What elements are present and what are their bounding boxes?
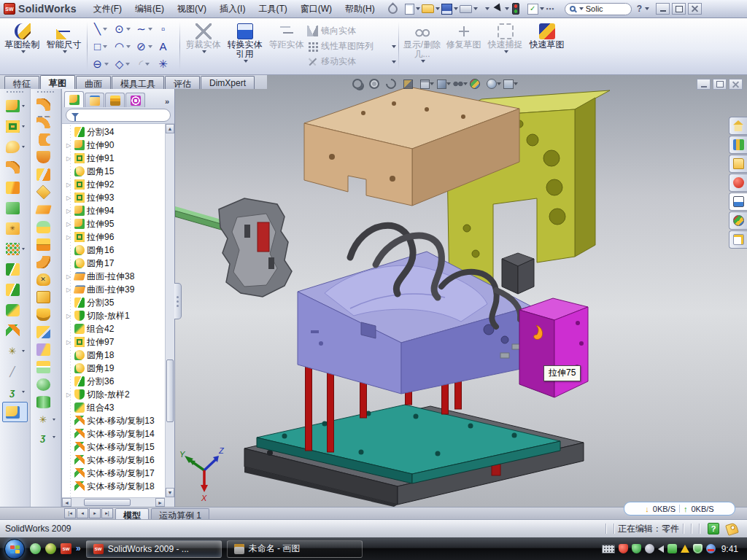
feature-tool-fillet[interactable] xyxy=(0,136,30,157)
tree-item[interactable]: ▷ 拉伸90 xyxy=(63,139,164,152)
dropdown-caret-icon[interactable] xyxy=(103,28,107,31)
智能尺寸[interactable]: 智能尺寸 xyxy=(43,20,85,73)
sketch-entity-text[interactable]: A xyxy=(155,38,177,55)
quick-tips-button[interactable]: ? xyxy=(708,523,719,534)
dropdown-caret-icon[interactable] xyxy=(505,7,509,10)
expand-arrow-icon[interactable]: ▷ xyxy=(65,142,72,149)
mold-tool-revolved-surface[interactable] xyxy=(31,113,61,131)
sketch-entity-point[interactable]: ✳ xyxy=(155,55,177,73)
tree-item[interactable]: ▷ 切除-放样1 xyxy=(63,309,164,322)
mold-tool-scale[interactable] xyxy=(31,288,61,306)
window-button-minimize[interactable] xyxy=(656,3,670,15)
dropdown-caret-icon[interactable] xyxy=(125,63,130,66)
tree-item[interactable]: ▷ 组合43 xyxy=(63,401,164,414)
toolbar-icon-save[interactable] xyxy=(441,2,458,16)
expand-arrow-icon[interactable]: ▷ xyxy=(65,221,72,228)
dimxpertmanager-tab[interactable] xyxy=(125,93,145,107)
dropdown-caret-icon[interactable] xyxy=(63,50,67,53)
dropdown-caret-icon[interactable] xyxy=(463,82,468,85)
feature-tool-linear-pattern[interactable] xyxy=(0,238,30,259)
mold-tool-knit-surface[interactable] xyxy=(31,218,61,236)
task-pane-appearances-scenes[interactable] xyxy=(729,211,747,230)
mold-tool-filled-surface[interactable] xyxy=(31,376,61,393)
task-pane-design-library[interactable] xyxy=(729,136,747,154)
search-dropdown-caret-icon[interactable] xyxy=(579,7,584,10)
expand-arrow-icon[interactable]: ▷ xyxy=(65,208,72,214)
feature-tool-instant3d[interactable] xyxy=(2,402,28,422)
feature-tool-split[interactable] xyxy=(0,279,30,300)
propertymanager-tab[interactable] xyxy=(85,93,104,107)
tray-icon-volume[interactable] xyxy=(658,545,664,553)
document-close[interactable] xyxy=(729,79,743,90)
快速草图[interactable]: 快速草图 xyxy=(526,20,568,73)
dropdown-caret-icon[interactable] xyxy=(436,7,440,10)
sketch-entity-selection-box[interactable]: ▫ xyxy=(155,20,177,38)
tab-草图[interactable]: 草图 xyxy=(40,75,75,89)
tray-icon-messenger-status[interactable] xyxy=(667,544,677,553)
toolbar-icon-overflow[interactable]: ⋯ xyxy=(546,2,560,16)
featuremanager-tab[interactable] xyxy=(64,91,84,107)
menu-item[interactable]: 帮助(H) xyxy=(338,0,382,18)
tray-icon-keyboard-indicator[interactable] xyxy=(602,545,615,553)
document-minimize[interactable] xyxy=(697,79,711,90)
dropdown-caret-icon[interactable] xyxy=(104,63,109,66)
toolbar-icon-select[interactable] xyxy=(495,2,510,16)
scroll-left-arrow[interactable]: ◄ xyxy=(62,498,71,507)
sketch-entity-polygon[interactable]: ◇ xyxy=(112,55,133,73)
tree-item[interactable]: ▷ 实体-移动/复制13 xyxy=(63,414,164,427)
task-pane-file-explorer[interactable] xyxy=(729,155,747,173)
model-insert-block[interactable] xyxy=(519,298,588,397)
tray-icon-warning[interactable] xyxy=(681,545,689,553)
feature-tool-extruded-boss[interactable] xyxy=(0,96,30,116)
tree-item[interactable]: ▷ 实体-移动/复制16 xyxy=(63,454,164,467)
toolbar-icon-new-document[interactable] xyxy=(405,2,420,16)
mold-tool-curves[interactable]: ʒ xyxy=(31,428,61,446)
tree-item[interactable]: ▷ 拉伸92 xyxy=(63,178,164,191)
dropdown-caret-icon[interactable] xyxy=(514,82,518,85)
window-button-close[interactable] xyxy=(688,3,702,15)
tree-item[interactable]: ▷ 圆角15 xyxy=(63,165,164,178)
toolbar-icon-pin[interactable] xyxy=(388,2,403,16)
feature-tool-extruded-cut[interactable] xyxy=(0,116,30,136)
task-pane-solidworks-resources[interactable] xyxy=(729,117,747,135)
view-settings[interactable] xyxy=(503,77,518,90)
zoom-to-fit[interactable] xyxy=(352,77,367,90)
tree-item[interactable]: ▷ 拉伸91 xyxy=(63,152,164,165)
mold-tool-tooling-split[interactable] xyxy=(31,358,61,376)
expand-arrow-icon[interactable]: ▷ xyxy=(65,313,72,319)
menu-item[interactable]: 窗口(W) xyxy=(294,0,338,18)
dropdown-caret-icon[interactable] xyxy=(21,50,26,53)
task-pane-toolbox[interactable] xyxy=(729,174,747,192)
tree-item[interactable]: ▷ 实体-移动/复制17 xyxy=(63,467,164,480)
tree-item[interactable]: ▷ 切除-放样2 xyxy=(63,388,164,401)
dropdown-caret-icon[interactable] xyxy=(126,45,131,48)
dropdown-caret-icon[interactable] xyxy=(22,350,25,352)
dropdown-caret-icon[interactable] xyxy=(540,7,544,10)
mold-tool-parting-line[interactable] xyxy=(31,323,61,341)
feature-tool-hole-wizard[interactable]: ✳ xyxy=(0,218,30,238)
tree-item[interactable]: ▷ 圆角17 xyxy=(63,257,164,270)
toolbar-icon-print[interactable] xyxy=(460,2,478,16)
menu-item[interactable]: 插入(I) xyxy=(213,0,252,18)
toolbar-icon-undo[interactable] xyxy=(479,2,494,16)
tree-item[interactable]: ▷ 分割36 xyxy=(63,375,164,388)
zoom-to-area[interactable] xyxy=(369,77,384,90)
toolbar-drag-grip[interactable] xyxy=(37,91,54,94)
tab-nav-last[interactable]: ▸| xyxy=(101,508,113,518)
mold-tool-radiate-surface[interactable] xyxy=(31,253,61,271)
快速捕捉[interactable]: 快速捕捉 xyxy=(484,20,526,73)
dropdown-caret-icon[interactable] xyxy=(103,45,107,48)
graphics-viewport[interactable]: Y Z X xyxy=(175,75,747,507)
quick-launch-more[interactable]: » xyxy=(76,543,81,554)
panel-splitter-grip[interactable] xyxy=(174,283,182,319)
dropdown-caret-icon[interactable] xyxy=(53,419,55,421)
dropdown-caret-icon[interactable] xyxy=(497,82,501,85)
线性草图阵列[interactable]: 线性草图阵列 xyxy=(307,40,396,52)
menu-item[interactable]: 视图(V) xyxy=(171,0,213,18)
expand-arrow-icon[interactable]: ▷ xyxy=(65,195,72,201)
dropdown-caret-icon[interactable] xyxy=(421,60,425,63)
model-hose-fitting[interactable] xyxy=(502,253,534,294)
scroll-down-arrow[interactable]: ▼ xyxy=(166,488,174,497)
tray-icon-system-badge[interactable] xyxy=(645,544,654,553)
tree-item[interactable]: ▷ 实体-移动/复制15 xyxy=(63,440,164,454)
